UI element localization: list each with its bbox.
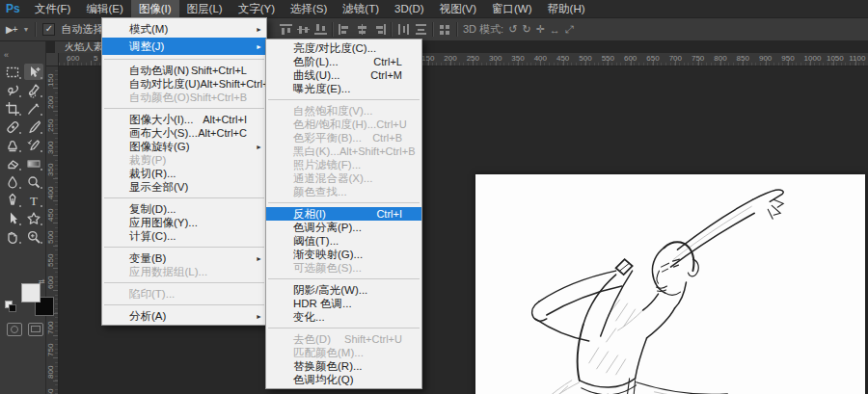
distribute-horizontal-icon[interactable] bbox=[397, 24, 410, 35]
distribute-vertical-icon[interactable] bbox=[416, 23, 426, 36]
clone-stamp-tool[interactable] bbox=[3, 137, 22, 153]
lasso-tool[interactable] bbox=[3, 82, 22, 98]
zoom-tool[interactable] bbox=[24, 228, 43, 245]
menu-item: 照片滤镜(F)... bbox=[266, 158, 421, 171]
options-separator bbox=[35, 22, 37, 37]
menu-item[interactable]: 曝光度(E)... bbox=[266, 82, 421, 95]
hand-tool[interactable] bbox=[3, 228, 22, 245]
hand-icon bbox=[5, 229, 20, 245]
ruler-number: 600 bbox=[46, 276, 55, 289]
menu-item[interactable]: 模式(M)► bbox=[102, 20, 266, 38]
menu-item[interactable]: 显示全部(V) bbox=[102, 180, 266, 194]
menubar-item[interactable]: 视图(V) bbox=[432, 0, 484, 17]
rectangular-marquee-tool[interactable] bbox=[3, 64, 22, 80]
eyedropper-tool[interactable] bbox=[24, 100, 43, 117]
menubar-item[interactable]: 文件(F) bbox=[27, 0, 79, 17]
ruler-number: 750 bbox=[46, 344, 55, 356]
ruler-number: 350 bbox=[46, 164, 55, 176]
menu-item: 裁剪(P) bbox=[102, 153, 266, 167]
menu-item[interactable]: 分析(A)► bbox=[102, 309, 266, 323]
align-horizontal-centers-icon[interactable] bbox=[356, 24, 368, 35]
align-left-edges-icon[interactable] bbox=[339, 24, 351, 35]
menubar-item[interactable]: 3D(D) bbox=[387, 0, 432, 17]
spot-healing-icon bbox=[5, 119, 20, 135]
menubar-item[interactable]: 编辑(E) bbox=[78, 0, 130, 17]
scale-3d-icon[interactable]: ⤢ bbox=[565, 23, 574, 36]
menu-item[interactable]: 替换颜色(R)... bbox=[266, 359, 421, 373]
menu-item[interactable]: 色调分离(P)... bbox=[266, 221, 421, 234]
move-tool-preset-icon[interactable]: ▶+ bbox=[6, 24, 17, 35]
foreground-color-swatch[interactable] bbox=[21, 283, 41, 302]
history-brush-tool[interactable] bbox=[24, 137, 43, 153]
menu-item: 自然饱和度(V)... bbox=[266, 104, 421, 118]
menu-item[interactable]: HDR 色调... bbox=[266, 297, 421, 310]
pen-tool[interactable] bbox=[3, 192, 22, 208]
menu-item[interactable]: 调整(J)► bbox=[102, 38, 266, 55]
auto-select-checkbox[interactable]: ✓ bbox=[42, 23, 55, 36]
menu-item[interactable]: 色阶(L)...Ctrl+L bbox=[266, 55, 421, 68]
menu-item[interactable]: 亮度/对比度(C)... bbox=[266, 41, 421, 55]
menu-item[interactable]: 变化... bbox=[266, 310, 421, 324]
ruler-number: 600 bbox=[67, 54, 79, 63]
dodge-icon bbox=[26, 174, 41, 190]
menubar-item[interactable]: 帮助(H) bbox=[540, 0, 593, 17]
menu-item[interactable]: 裁切(R)... bbox=[102, 167, 266, 180]
align-top-edges-icon[interactable] bbox=[280, 24, 292, 35]
menu-item[interactable]: 自动对比度(U)Alt+Shift+Ctrl+L bbox=[102, 77, 266, 91]
path-selection-tool[interactable] bbox=[3, 210, 22, 226]
menubar-item[interactable]: 文字(Y) bbox=[231, 0, 283, 17]
menu-item[interactable]: 阴影/高光(W)... bbox=[266, 283, 421, 297]
menu-item[interactable]: 图像旋转(G)► bbox=[102, 140, 266, 153]
vertical-ruler[interactable]: 1502002503003504004505005506006507007508… bbox=[45, 66, 59, 394]
menu-item: 颜色查找... bbox=[266, 185, 421, 198]
options-separator bbox=[456, 22, 458, 37]
menu-item[interactable]: 复制(D)... bbox=[102, 202, 266, 216]
menubar-item[interactable]: 图像(I) bbox=[131, 0, 179, 17]
eraser-tool[interactable] bbox=[3, 155, 22, 171]
document-canvas[interactable] bbox=[475, 174, 865, 394]
gradient-tool[interactable] bbox=[24, 155, 43, 171]
menubar-item[interactable]: 滤镜(T) bbox=[335, 0, 387, 17]
drag-3d-icon[interactable]: ✛ bbox=[536, 23, 545, 36]
spot-healing-tool[interactable] bbox=[3, 118, 22, 135]
screen-mode-icon[interactable] bbox=[28, 323, 43, 336]
custom-shape-tool[interactable] bbox=[24, 210, 43, 226]
blur-tool[interactable] bbox=[3, 173, 22, 190]
menubar-item[interactable]: 图层(L) bbox=[179, 0, 231, 17]
menu-item[interactable]: 自动色调(N)Shift+Ctrl+L bbox=[102, 64, 266, 77]
auto-align-layers-icon[interactable] bbox=[439, 24, 451, 35]
align-vertical-centers-icon[interactable] bbox=[297, 24, 310, 35]
roll-3d-icon[interactable]: ↻ bbox=[522, 23, 530, 36]
brush-tool[interactable] bbox=[24, 118, 43, 135]
quick-selection-tool[interactable] bbox=[24, 82, 43, 98]
menu-item: 可选颜色(S)... bbox=[266, 261, 421, 275]
menubar-item[interactable]: 窗口(W) bbox=[484, 0, 540, 17]
crop-tool[interactable] bbox=[3, 100, 22, 117]
align-bottom-edges-icon[interactable] bbox=[314, 24, 327, 35]
dodge-tool[interactable] bbox=[24, 173, 43, 190]
align-right-edges-icon[interactable] bbox=[373, 24, 386, 35]
menubar-item[interactable]: 选择(S) bbox=[283, 0, 335, 17]
move-tool[interactable] bbox=[24, 64, 43, 80]
adjustments-submenu: 亮度/对比度(C)...色阶(L)...Ctrl+L曲线(U)...Ctrl+M… bbox=[265, 39, 422, 389]
preset-dropdown-icon[interactable]: ▼ bbox=[23, 26, 30, 33]
slide-3d-icon[interactable]: ↔ bbox=[550, 24, 560, 36]
default-colors-bg-icon[interactable] bbox=[9, 304, 16, 312]
menu-separator bbox=[104, 247, 264, 248]
menu-item[interactable]: 变量(B)► bbox=[102, 251, 266, 265]
menu-item[interactable]: 阈值(T)... bbox=[266, 234, 421, 248]
menu-item[interactable]: 应用图像(Y)... bbox=[102, 216, 266, 229]
quick-mask-mode-icon[interactable] bbox=[7, 323, 22, 336]
ruler-corner[interactable] bbox=[45, 53, 59, 66]
menu-item[interactable]: 曲线(U)...Ctrl+M bbox=[266, 68, 421, 82]
ruler-number: 300 bbox=[46, 142, 55, 154]
menu-item[interactable]: 计算(C)... bbox=[102, 229, 266, 243]
menu-item[interactable]: 渐变映射(G)... bbox=[266, 248, 421, 261]
rotate-3d-icon[interactable]: ↺ bbox=[508, 23, 517, 36]
menu-item[interactable]: 画布大小(S)...Alt+Ctrl+C bbox=[102, 126, 266, 140]
type-tool[interactable]: T bbox=[24, 192, 43, 208]
menu-item[interactable]: 反相(I)Ctrl+I bbox=[266, 207, 421, 221]
collapse-panel-icon[interactable]: « bbox=[4, 50, 9, 60]
menu-item[interactable]: 图像大小(I)...Alt+Ctrl+I bbox=[102, 113, 266, 126]
menu-item[interactable]: 色调均化(Q) bbox=[266, 373, 421, 386]
